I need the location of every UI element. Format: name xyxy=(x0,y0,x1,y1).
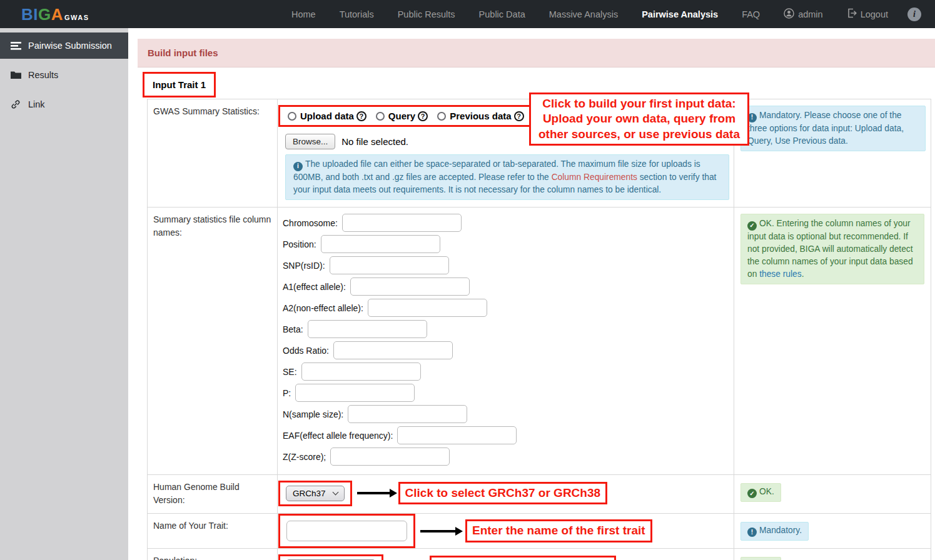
nav-logout-label: Logout xyxy=(861,9,888,19)
snp-input[interactable] xyxy=(330,256,449,274)
z-input[interactable] xyxy=(330,448,450,466)
radio-previous-data[interactable]: Previous data ? xyxy=(437,111,523,121)
annotation-genome-build: Click to select GRCh37 or GRCh38 xyxy=(398,482,608,504)
trait-name-label: Name of Your Trait: xyxy=(148,514,278,548)
top-navbar: B I G A GWAS Home Tutorials Public Resul… xyxy=(0,0,935,28)
field-odds-ratio: Odds Ratio: xyxy=(283,341,729,360)
odds-ratio-input[interactable] xyxy=(333,341,453,359)
radio-circle[interactable] xyxy=(437,112,446,121)
browse-button[interactable]: Browse... xyxy=(285,134,335,149)
trait-name-row: Name of Your Trait: Enter the name of th… xyxy=(148,513,931,548)
info-icon[interactable]: i xyxy=(907,8,921,21)
status-mandatory-box: !Mandatory. Please choose one of the thr… xyxy=(740,106,926,151)
exclamation-icon: ! xyxy=(747,528,757,537)
gwas-summary-status-cell: !Mandatory. Please choose one of the thr… xyxy=(734,99,931,207)
sidebar-item-label: Results xyxy=(28,70,58,80)
sidebar-item-label: Pairwise Submission xyxy=(28,41,112,51)
nav-menu: Home Tutorials Public Results Public Dat… xyxy=(280,8,929,21)
genome-build-select[interactable]: GRCh37 xyxy=(286,486,345,501)
p-input[interactable] xyxy=(295,384,415,402)
info-icon: i xyxy=(293,162,303,171)
status-ok-badge: ✓OK. xyxy=(740,557,781,560)
radio-upload-data[interactable]: Upload data ? xyxy=(288,111,366,121)
position-input[interactable] xyxy=(321,235,440,253)
help-icon[interactable]: ? xyxy=(356,111,366,121)
page-title: Build input files xyxy=(138,39,935,68)
logout-icon xyxy=(847,8,857,20)
logo-letter: B xyxy=(21,6,33,22)
radio-circle[interactable] xyxy=(376,112,385,121)
genome-build-status-cell: ✓OK. xyxy=(734,475,931,513)
logo-letter: A xyxy=(51,6,63,22)
column-names-input-cell: Chromosome: Position: SNP(rsID): A1(effe… xyxy=(278,208,734,474)
population-row: Population: European GWAS Click to speci… xyxy=(148,548,931,560)
input-trait-form: GWAS Summary Statistics: Upload data ? Q… xyxy=(147,99,931,560)
gwas-summary-row: GWAS Summary Statistics: Upload data ? Q… xyxy=(148,99,931,207)
sidebar-item-results[interactable]: Results xyxy=(0,62,128,88)
sidebar-item-pairwise-submission[interactable]: Pairwise Submission xyxy=(0,32,128,59)
link-icon xyxy=(10,99,21,109)
logo-letter: G xyxy=(38,6,51,22)
field-position: Position: xyxy=(283,235,729,254)
biga-gwas-logo[interactable]: B I G A GWAS xyxy=(21,6,89,22)
radio-query[interactable]: Query ? xyxy=(376,111,428,121)
population-input-cell: European GWAS Click to specify the popul… xyxy=(278,549,734,560)
these-rules-link[interactable]: these rules xyxy=(759,269,802,279)
a2-input[interactable] xyxy=(368,299,487,317)
genome-build-row: Human Genome Build Version: GRCh37 Click… xyxy=(148,474,931,513)
se-input[interactable] xyxy=(301,362,421,381)
field-eaf: EAF(effect allele frequency): xyxy=(283,426,729,445)
radio-circle[interactable] xyxy=(288,112,296,121)
eaf-input[interactable] xyxy=(397,426,517,444)
sidebar-item-link[interactable]: Link xyxy=(0,91,128,118)
population-status-cell: ✓OK. xyxy=(734,549,931,560)
nav-item-massive-analysis[interactable]: Massive Analysis xyxy=(537,9,630,19)
field-se: SE: xyxy=(283,362,729,381)
folder-icon xyxy=(10,71,21,79)
genome-build-input-cell: GRCh37 Click to select GRCh37 or GRCh38 xyxy=(278,475,734,513)
list-icon xyxy=(10,41,21,51)
logo-letter: I xyxy=(33,6,38,22)
nav-item-logout[interactable]: Logout xyxy=(835,8,900,20)
column-names-status-cell: ✓OK. Entering the column names of your i… xyxy=(734,208,931,474)
annotation-build-input: Click to build your first input data: Up… xyxy=(529,92,749,146)
nav-item-public-data[interactable]: Public Data xyxy=(467,9,537,19)
field-a2: A2(non-effect allele): xyxy=(283,299,729,318)
n-input[interactable] xyxy=(348,405,467,423)
trait-name-highlight xyxy=(278,514,415,548)
nav-admin-label: admin xyxy=(798,9,823,19)
nav-item-public-results[interactable]: Public Results xyxy=(386,9,467,19)
nav-item-tutorials[interactable]: Tutorials xyxy=(328,9,386,19)
nav-item-faq[interactable]: FAQ xyxy=(730,9,772,19)
beta-input[interactable] xyxy=(308,320,427,338)
field-n: N(sample size): xyxy=(283,405,729,424)
input-trait-section-label: Input Trait 1 xyxy=(143,72,216,98)
population-label: Population: xyxy=(148,549,278,560)
status-ok-badge: ✓OK. xyxy=(740,483,781,502)
data-source-radio-group: Upload data ? Query ? Previous data ? xyxy=(278,105,533,127)
population-select-highlight: European GWAS xyxy=(278,554,383,560)
status-ok-box: ✓OK. Entering the column names of your i… xyxy=(740,214,924,284)
nav-item-home[interactable]: Home xyxy=(280,9,328,19)
field-chromosome: Chromosome: xyxy=(283,214,729,232)
field-p: P: xyxy=(283,384,729,402)
column-names-label: Summary statistics file column names: xyxy=(148,208,278,474)
nav-item-pairwise-analysis[interactable]: Pairwise Analysis xyxy=(630,9,730,19)
status-mandatory-badge: !Mandatory. xyxy=(740,522,809,541)
trait-name-input-cell: Enter the name of the first trait xyxy=(278,514,734,548)
nav-item-admin[interactable]: admin xyxy=(772,8,835,21)
sidebar-item-label: Link xyxy=(28,99,45,109)
a1-input[interactable] xyxy=(350,278,470,296)
trait-name-input[interactable] xyxy=(286,521,407,541)
genome-build-label: Human Genome Build Version: xyxy=(148,475,278,513)
field-a1: A1(effect allele): xyxy=(283,278,729,296)
chromosome-input[interactable] xyxy=(342,214,462,232)
field-z: Z(Z-score); xyxy=(283,448,729,466)
help-icon[interactable]: ? xyxy=(514,111,524,121)
help-icon[interactable]: ? xyxy=(418,111,428,121)
trait-name-status-cell: !Mandatory. xyxy=(734,514,931,548)
column-names-row: Summary statistics file column names: Ch… xyxy=(148,207,931,474)
arrow-icon xyxy=(420,527,463,536)
file-status-text: No file selected. xyxy=(341,136,408,147)
column-requirements-link[interactable]: Column Requirements xyxy=(552,172,637,182)
